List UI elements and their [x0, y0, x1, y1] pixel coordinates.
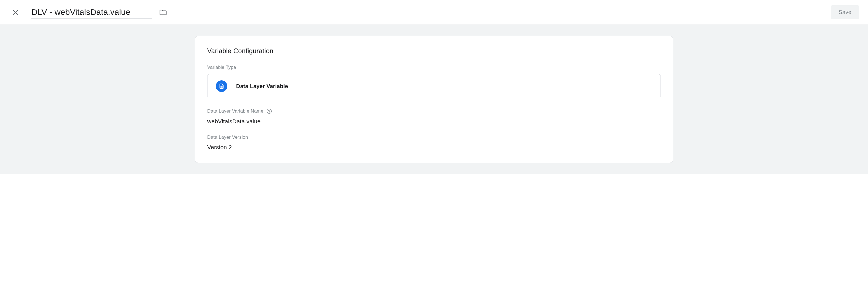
data-layer-variable-icon	[216, 80, 227, 92]
content-area: Variable Configuration Variable Type Dat…	[0, 25, 868, 174]
variable-name-label: Data Layer Variable Name	[207, 108, 661, 114]
variable-type-selector[interactable]: Data Layer Variable	[207, 74, 661, 98]
version-value: Version 2	[207, 144, 661, 150]
save-button[interactable]: Save	[831, 5, 859, 19]
variable-type-name: Data Layer Variable	[236, 83, 288, 90]
variable-name-value: webVitalsData.value	[207, 118, 661, 125]
close-button[interactable]	[9, 6, 22, 19]
variable-type-label: Variable Type	[207, 65, 661, 70]
version-label: Data Layer Version	[207, 135, 661, 140]
editor-header: Save	[0, 0, 868, 25]
folder-button[interactable]	[156, 6, 170, 19]
help-icon[interactable]	[266, 108, 272, 114]
close-icon	[11, 8, 19, 16]
card-title: Variable Configuration	[207, 47, 661, 55]
variable-title-input[interactable]	[31, 6, 152, 19]
variable-configuration-card: Variable Configuration Variable Type Dat…	[195, 36, 673, 163]
folder-icon	[159, 8, 167, 16]
